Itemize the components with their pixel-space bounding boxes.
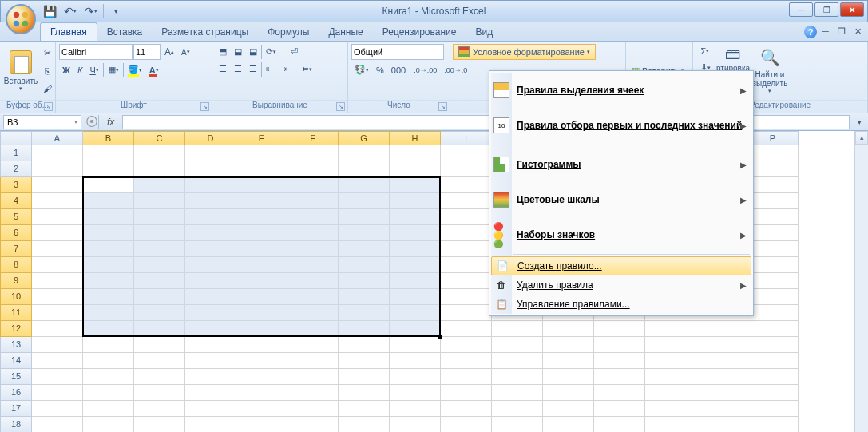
menu-new-rule[interactable]: 📄 Создать правило... bbox=[491, 256, 751, 275]
name-box[interactable]: B3▾ bbox=[3, 115, 81, 129]
bold-button[interactable]: Ж bbox=[59, 63, 73, 77]
row-header-1[interactable]: 1 bbox=[0, 145, 32, 161]
comma-format-icon[interactable]: 000 bbox=[388, 63, 409, 77]
font-color-icon[interactable]: A▾ bbox=[146, 63, 162, 77]
row-header-7[interactable]: 7 bbox=[0, 241, 32, 257]
increase-decimal-icon[interactable]: .0→.00 bbox=[410, 64, 440, 77]
column-header-A[interactable]: A bbox=[32, 131, 83, 145]
row-header-17[interactable]: 17 bbox=[0, 401, 32, 417]
tab-formulas[interactable]: Формулы bbox=[258, 23, 319, 41]
column-header-D[interactable]: D bbox=[185, 131, 236, 145]
font-name-combo[interactable] bbox=[59, 44, 133, 60]
percent-format-icon[interactable]: % bbox=[373, 63, 387, 77]
column-header-I[interactable]: I bbox=[441, 131, 492, 145]
maximize-button[interactable]: ❐ bbox=[814, 2, 838, 17]
align-left-icon[interactable]: ☰ bbox=[216, 61, 230, 77]
align-bottom-icon[interactable]: ⬓ bbox=[246, 44, 260, 59]
format-painter-icon[interactable]: 🖌 bbox=[40, 81, 55, 96]
row-header-14[interactable]: 14 bbox=[0, 353, 32, 369]
row-header-16[interactable]: 16 bbox=[0, 385, 32, 401]
tab-data[interactable]: Данные bbox=[319, 23, 372, 41]
row-header-8[interactable]: 8 bbox=[0, 257, 32, 273]
number-format-combo[interactable] bbox=[351, 44, 444, 60]
fill-color-icon[interactable]: 🪣▾ bbox=[125, 62, 145, 77]
row-header-10[interactable]: 10 bbox=[0, 289, 32, 305]
font-launcher-icon[interactable]: ↘ bbox=[200, 102, 209, 111]
menu-highlight-cells-rules[interactable]: Правила выделения ячеек ▶ bbox=[491, 73, 751, 108]
menu-icon-sets[interactable]: 🔴🟡🟢 Наборы значков ▶ bbox=[491, 217, 751, 252]
row-header-4[interactable]: 4 bbox=[0, 193, 32, 209]
fx-icon[interactable]: fx bbox=[102, 117, 119, 128]
column-header-E[interactable]: E bbox=[236, 131, 287, 145]
column-header-C[interactable]: C bbox=[134, 131, 185, 145]
menu-data-bars[interactable]: Гистограммы ▶ bbox=[491, 147, 751, 182]
doc-close-icon[interactable]: ✕ bbox=[852, 26, 863, 37]
row-header-3[interactable]: 3 bbox=[0, 177, 32, 193]
decrease-indent-icon[interactable]: ⇤ bbox=[263, 61, 276, 77]
number-launcher-icon[interactable]: ↘ bbox=[438, 102, 447, 111]
alignment-launcher-icon[interactable]: ↘ bbox=[336, 102, 345, 111]
conditional-formatting-button[interactable]: Условное форматирование ▾ bbox=[453, 44, 596, 60]
menu-manage-rules[interactable]: 📋 Управление правилами... bbox=[491, 295, 751, 314]
tab-review[interactable]: Рецензирование bbox=[373, 23, 466, 41]
tab-insert[interactable]: Вставка bbox=[97, 23, 153, 41]
font-size-combo[interactable] bbox=[133, 44, 161, 60]
row-header-5[interactable]: 5 bbox=[0, 209, 32, 225]
border-icon[interactable]: ▦▾ bbox=[105, 62, 122, 77]
namebox-expand-icon[interactable]: ⦿ bbox=[85, 115, 99, 129]
column-header-P[interactable]: P bbox=[747, 131, 799, 145]
vertical-scrollbar[interactable]: ▴ bbox=[854, 131, 868, 432]
cut-icon[interactable]: ✂ bbox=[40, 46, 55, 61]
qat-customize-icon[interactable]: ▾ bbox=[107, 2, 125, 20]
align-top-icon[interactable]: ⬒ bbox=[216, 44, 230, 59]
office-button[interactable] bbox=[6, 4, 36, 34]
increase-font-icon[interactable]: A▴ bbox=[161, 44, 177, 60]
doc-minimize-icon[interactable]: ─ bbox=[820, 26, 831, 37]
row-header-2[interactable]: 2 bbox=[0, 161, 32, 177]
column-header-H[interactable]: H bbox=[390, 131, 441, 145]
decrease-font-icon[interactable]: A▾ bbox=[178, 46, 193, 59]
select-all-corner[interactable] bbox=[0, 131, 32, 145]
column-header-F[interactable]: F bbox=[287, 131, 339, 145]
help-icon[interactable]: ? bbox=[804, 26, 817, 38]
row-header-6[interactable]: 6 bbox=[0, 225, 32, 241]
tab-view[interactable]: Вид bbox=[466, 23, 502, 41]
wrap-text-icon[interactable]: ⏎ bbox=[287, 44, 301, 59]
row-header-9[interactable]: 9 bbox=[0, 273, 32, 289]
column-header-B[interactable]: B bbox=[83, 131, 134, 145]
row-header-18[interactable]: 18 bbox=[0, 417, 32, 432]
row-header-12[interactable]: 12 bbox=[0, 321, 32, 337]
menu-clear-rules[interactable]: 🗑 Удалить правила ▶ bbox=[491, 275, 751, 295]
tab-page-layout[interactable]: Разметка страницы bbox=[152, 23, 258, 41]
align-center-icon[interactable]: ☰ bbox=[231, 61, 245, 77]
underline-button[interactable]: Ч▾ bbox=[86, 63, 101, 77]
undo-icon[interactable]: ↶▾ bbox=[61, 2, 79, 20]
row-header-13[interactable]: 13 bbox=[0, 337, 32, 353]
formula-bar-expand-icon[interactable]: ▾ bbox=[854, 116, 865, 129]
menu-color-scales[interactable]: Цветовые шкалы ▶ bbox=[491, 182, 751, 217]
autosum-icon[interactable]: Σ▾ bbox=[696, 44, 714, 58]
merge-center-icon[interactable]: ⬌▾ bbox=[299, 61, 315, 77]
doc-restore-icon[interactable]: ❐ bbox=[836, 26, 847, 37]
align-middle-icon[interactable]: ⬓ bbox=[231, 44, 245, 59]
row-header-11[interactable]: 11 bbox=[0, 305, 32, 321]
clipboard-launcher-icon[interactable]: ↘ bbox=[44, 102, 53, 111]
copy-icon[interactable]: ⎘ bbox=[40, 64, 55, 78]
align-right-icon[interactable]: ☰ bbox=[246, 61, 260, 77]
close-button[interactable]: ✕ bbox=[840, 2, 864, 17]
accounting-format-icon[interactable]: 💱▾ bbox=[351, 62, 372, 77]
save-icon[interactable]: 💾 bbox=[41, 2, 58, 20]
fill-handle[interactable] bbox=[438, 335, 442, 339]
tab-home[interactable]: Главная bbox=[40, 22, 97, 41]
italic-button[interactable]: К bbox=[74, 63, 85, 77]
scroll-up-icon[interactable]: ▴ bbox=[855, 131, 868, 145]
paste-button[interactable]: Вставить ▾ bbox=[3, 44, 38, 97]
minimize-button[interactable]: ─ bbox=[789, 2, 813, 17]
row-header-15[interactable]: 15 bbox=[0, 369, 32, 385]
orientation-icon[interactable]: ⟳▾ bbox=[263, 44, 279, 59]
increase-indent-icon[interactable]: ⇥ bbox=[277, 61, 291, 77]
menu-top-bottom-rules[interactable]: 10 Правила отбора первых и последних зна… bbox=[491, 108, 751, 143]
column-header-G[interactable]: G bbox=[339, 131, 390, 145]
redo-icon[interactable]: ↷▾ bbox=[82, 2, 100, 20]
find-select-button[interactable]: 🔍 Найти и выделить▾ bbox=[752, 44, 787, 97]
